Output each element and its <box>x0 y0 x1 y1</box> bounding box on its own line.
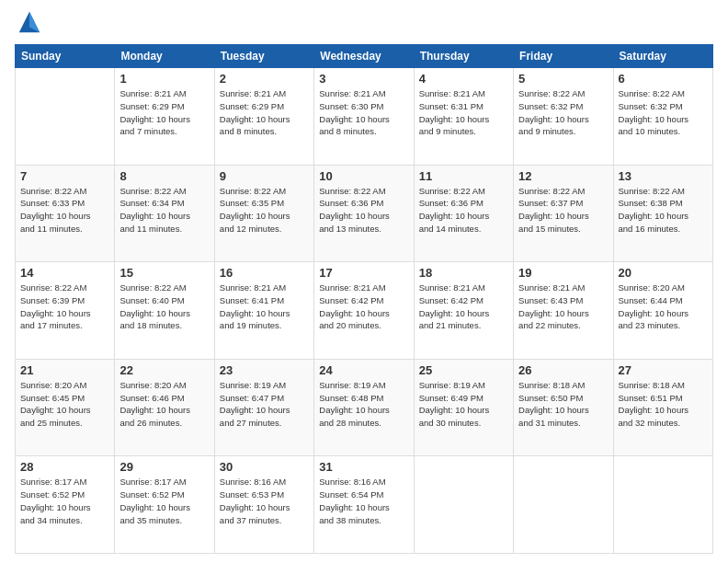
day-number: 13 <box>619 169 708 183</box>
day-number: 10 <box>319 169 408 183</box>
day-number: 1 <box>119 72 209 86</box>
calendar-cell: 17Sunrise: 8:21 AMSunset: 6:42 PMDayligh… <box>314 262 414 360</box>
day-info: Sunrise: 8:16 AMSunset: 6:54 PMDaylight:… <box>319 476 408 526</box>
day-info: Sunrise: 8:22 AMSunset: 6:39 PMDaylight:… <box>20 282 109 332</box>
day-info: Sunrise: 8:21 AMSunset: 6:42 PMDaylight:… <box>319 282 408 332</box>
day-number: 28 <box>20 460 109 474</box>
day-number: 11 <box>419 169 508 183</box>
day-number: 18 <box>419 266 508 280</box>
day-number: 29 <box>119 460 209 474</box>
day-info: Sunrise: 8:22 AMSunset: 6:36 PMDaylight:… <box>419 185 508 236</box>
calendar-cell: 11Sunrise: 8:22 AMSunset: 6:36 PMDayligh… <box>414 165 513 262</box>
day-info: Sunrise: 8:21 AMSunset: 6:30 PMDaylight:… <box>319 87 408 138</box>
day-info: Sunrise: 8:22 AMSunset: 6:36 PMDaylight:… <box>319 185 408 236</box>
calendar-cell: 3Sunrise: 8:21 AMSunset: 6:30 PMDaylight… <box>314 68 414 166</box>
calendar-week-3: 21Sunrise: 8:20 AMSunset: 6:45 PMDayligh… <box>16 359 713 456</box>
calendar-cell <box>414 456 513 554</box>
calendar-cell: 28Sunrise: 8:17 AMSunset: 6:52 PMDayligh… <box>16 456 115 554</box>
day-info: Sunrise: 8:22 AMSunset: 6:34 PMDaylight:… <box>119 185 209 236</box>
calendar-cell: 30Sunrise: 8:16 AMSunset: 6:53 PMDayligh… <box>214 456 313 554</box>
day-number: 20 <box>619 266 708 280</box>
page: SundayMondayTuesdayWednesdayThursdayFrid… <box>0 0 728 563</box>
calendar-cell <box>16 68 115 166</box>
calendar-cell: 13Sunrise: 8:22 AMSunset: 6:38 PMDayligh… <box>613 165 712 262</box>
calendar-header-row: SundayMondayTuesdayWednesdayThursdayFrid… <box>16 45 713 68</box>
day-number: 30 <box>220 460 309 474</box>
day-info: Sunrise: 8:21 AMSunset: 6:43 PMDaylight:… <box>518 282 608 332</box>
day-info: Sunrise: 8:17 AMSunset: 6:52 PMDaylight:… <box>119 476 209 526</box>
calendar-cell: 14Sunrise: 8:22 AMSunset: 6:39 PMDayligh… <box>16 262 115 360</box>
day-info: Sunrise: 8:16 AMSunset: 6:53 PMDaylight:… <box>220 476 309 526</box>
calendar-cell: 19Sunrise: 8:21 AMSunset: 6:43 PMDayligh… <box>514 262 613 360</box>
day-info: Sunrise: 8:21 AMSunset: 6:31 PMDaylight:… <box>419 87 508 138</box>
day-number: 8 <box>119 169 209 183</box>
day-number: 26 <box>518 363 608 377</box>
calendar-cell <box>613 456 712 554</box>
day-number: 9 <box>220 169 309 183</box>
calendar-header-thursday: Thursday <box>414 45 513 68</box>
calendar-cell: 21Sunrise: 8:20 AMSunset: 6:45 PMDayligh… <box>16 359 115 456</box>
day-number: 7 <box>20 169 109 183</box>
calendar-cell: 20Sunrise: 8:20 AMSunset: 6:44 PMDayligh… <box>613 262 712 360</box>
day-number: 24 <box>319 363 408 377</box>
day-number: 23 <box>220 363 309 377</box>
calendar-cell <box>514 456 613 554</box>
day-number: 16 <box>220 266 309 280</box>
day-info: Sunrise: 8:19 AMSunset: 6:48 PMDaylight:… <box>319 379 408 430</box>
calendar-cell: 15Sunrise: 8:22 AMSunset: 6:40 PMDayligh… <box>115 262 214 360</box>
day-info: Sunrise: 8:20 AMSunset: 6:44 PMDaylight:… <box>619 282 708 332</box>
calendar-cell: 26Sunrise: 8:18 AMSunset: 6:50 PMDayligh… <box>514 359 613 456</box>
day-number: 12 <box>518 169 608 183</box>
calendar-cell: 27Sunrise: 8:18 AMSunset: 6:51 PMDayligh… <box>613 359 712 456</box>
calendar-cell: 7Sunrise: 8:22 AMSunset: 6:33 PMDaylight… <box>16 165 115 262</box>
day-info: Sunrise: 8:21 AMSunset: 6:29 PMDaylight:… <box>119 87 209 138</box>
calendar-cell: 16Sunrise: 8:21 AMSunset: 6:41 PMDayligh… <box>214 262 313 360</box>
day-info: Sunrise: 8:22 AMSunset: 6:40 PMDaylight:… <box>119 282 209 332</box>
calendar-cell: 31Sunrise: 8:16 AMSunset: 6:54 PMDayligh… <box>314 456 414 554</box>
calendar-cell: 22Sunrise: 8:20 AMSunset: 6:46 PMDayligh… <box>115 359 214 456</box>
calendar-header-wednesday: Wednesday <box>314 45 414 68</box>
day-number: 3 <box>319 72 408 86</box>
day-info: Sunrise: 8:19 AMSunset: 6:49 PMDaylight:… <box>419 379 508 430</box>
day-info: Sunrise: 8:22 AMSunset: 6:32 PMDaylight:… <box>518 87 608 138</box>
calendar-cell: 29Sunrise: 8:17 AMSunset: 6:52 PMDayligh… <box>115 456 214 554</box>
day-info: Sunrise: 8:22 AMSunset: 6:35 PMDaylight:… <box>220 185 309 236</box>
logo <box>15 9 42 37</box>
day-number: 22 <box>119 363 209 377</box>
day-info: Sunrise: 8:21 AMSunset: 6:42 PMDaylight:… <box>419 282 508 332</box>
calendar-cell: 9Sunrise: 8:22 AMSunset: 6:35 PMDaylight… <box>214 165 313 262</box>
day-number: 15 <box>119 266 209 280</box>
day-info: Sunrise: 8:17 AMSunset: 6:52 PMDaylight:… <box>20 476 109 526</box>
calendar-cell: 2Sunrise: 8:21 AMSunset: 6:29 PMDaylight… <box>214 68 313 166</box>
day-number: 19 <box>518 266 608 280</box>
day-info: Sunrise: 8:21 AMSunset: 6:41 PMDaylight:… <box>220 282 309 332</box>
day-number: 2 <box>220 72 309 86</box>
calendar-header-monday: Monday <box>115 45 214 68</box>
calendar-week-4: 28Sunrise: 8:17 AMSunset: 6:52 PMDayligh… <box>16 456 713 554</box>
calendar-cell: 4Sunrise: 8:21 AMSunset: 6:31 PMDaylight… <box>414 68 513 166</box>
day-number: 25 <box>419 363 508 377</box>
calendar-cell: 23Sunrise: 8:19 AMSunset: 6:47 PMDayligh… <box>214 359 313 456</box>
day-number: 27 <box>619 363 708 377</box>
day-info: Sunrise: 8:22 AMSunset: 6:38 PMDaylight:… <box>619 185 708 236</box>
calendar-week-1: 7Sunrise: 8:22 AMSunset: 6:33 PMDaylight… <box>16 165 713 262</box>
header <box>15 9 713 37</box>
calendar-cell: 25Sunrise: 8:19 AMSunset: 6:49 PMDayligh… <box>414 359 513 456</box>
day-number: 17 <box>319 266 408 280</box>
calendar-cell: 18Sunrise: 8:21 AMSunset: 6:42 PMDayligh… <box>414 262 513 360</box>
calendar-cell: 6Sunrise: 8:22 AMSunset: 6:32 PMDaylight… <box>613 68 712 166</box>
calendar-cell: 12Sunrise: 8:22 AMSunset: 6:37 PMDayligh… <box>514 165 613 262</box>
calendar-cell: 24Sunrise: 8:19 AMSunset: 6:48 PMDayligh… <box>314 359 414 456</box>
calendar-cell: 1Sunrise: 8:21 AMSunset: 6:29 PMDaylight… <box>115 68 214 166</box>
calendar-cell: 5Sunrise: 8:22 AMSunset: 6:32 PMDaylight… <box>514 68 613 166</box>
calendar-cell: 8Sunrise: 8:22 AMSunset: 6:34 PMDaylight… <box>115 165 214 262</box>
day-number: 14 <box>20 266 109 280</box>
calendar-header-friday: Friday <box>514 45 613 68</box>
day-info: Sunrise: 8:20 AMSunset: 6:45 PMDaylight:… <box>20 379 109 430</box>
calendar-cell: 10Sunrise: 8:22 AMSunset: 6:36 PMDayligh… <box>314 165 414 262</box>
calendar-table: SundayMondayTuesdayWednesdayThursdayFrid… <box>15 44 713 554</box>
day-number: 5 <box>518 72 608 86</box>
calendar-week-0: 1Sunrise: 8:21 AMSunset: 6:29 PMDaylight… <box>16 68 713 166</box>
day-info: Sunrise: 8:22 AMSunset: 6:33 PMDaylight:… <box>20 185 109 236</box>
day-number: 21 <box>20 363 109 377</box>
